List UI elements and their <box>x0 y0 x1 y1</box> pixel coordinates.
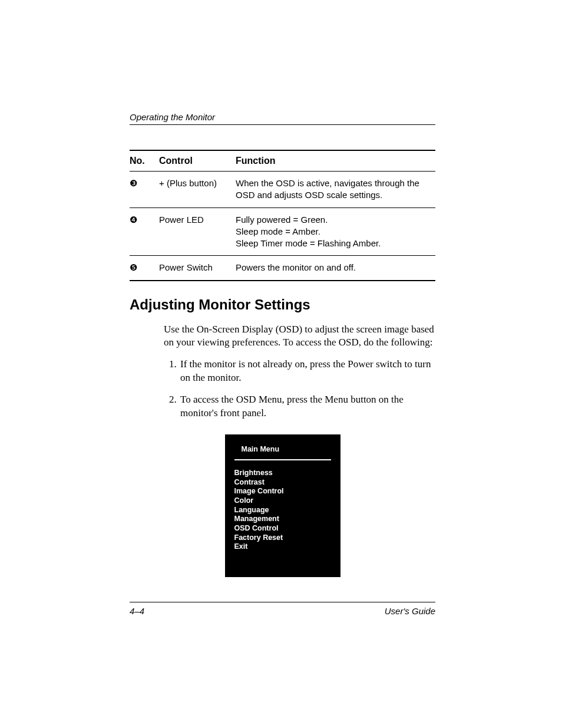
osd-item: Language <box>234 506 331 515</box>
page-footer: 4–4 User's Guide <box>130 602 435 616</box>
osd-item: Management <box>234 515 331 524</box>
th-control: Control <box>159 150 236 172</box>
row-control: + (Plus button) <box>159 172 236 208</box>
osd-item: Contrast <box>234 478 331 487</box>
page-number: 4–4 <box>130 606 144 616</box>
controls-table: No. Control Function ❸ + (Plus button) W… <box>130 150 435 281</box>
osd-item: Factory Reset <box>234 533 331 543</box>
osd-title: Main Menu <box>234 445 331 460</box>
osd-item: Color <box>234 496 331 506</box>
page: Operating the Monitor No. Control Functi… <box>0 0 562 728</box>
row-number-icon: ❸ <box>130 177 137 189</box>
row-function: Powers the monitor on and off. <box>236 256 435 281</box>
osd-menu: Main Menu Brightness Contrast Image Cont… <box>225 434 340 577</box>
osd-item: Exit <box>234 542 331 552</box>
list-item: If the monitor is not already on, press … <box>179 358 435 385</box>
doc-title: User's Guide <box>385 606 435 616</box>
row-function: Fully powered = Green. Sleep mode = Ambe… <box>236 207 435 256</box>
osd-item: Brightness <box>234 469 331 478</box>
table-row: ❺ Power Switch Powers the monitor on and… <box>130 256 435 281</box>
osd-item: OSD Control <box>234 524 331 533</box>
list-item: To access the OSD Menu, press the Menu b… <box>179 393 435 420</box>
osd-list: Brightness Contrast Image Control Color … <box>234 469 331 552</box>
th-function: Function <box>236 150 435 172</box>
table-row: ❸ + (Plus button) When the OSD is active… <box>130 172 435 208</box>
intro-paragraph: Use the On-Screen Display (OSD) to adjus… <box>164 323 435 350</box>
row-number-icon: ❺ <box>130 262 137 274</box>
row-function: When the OSD is active, navigates throug… <box>236 172 435 208</box>
section-heading: Adjusting Monitor Settings <box>130 297 435 313</box>
osd-figure: Main Menu Brightness Contrast Image Cont… <box>130 434 435 577</box>
row-control: Power LED <box>159 207 236 256</box>
th-no: No. <box>130 150 159 172</box>
row-number-icon: ❹ <box>130 214 137 226</box>
osd-item: Image Control <box>234 487 331 496</box>
running-head: Operating the Monitor <box>130 112 435 125</box>
row-control: Power Switch <box>159 256 236 281</box>
table-row: ❹ Power LED Fully powered = Green. Sleep… <box>130 207 435 256</box>
steps-list: If the monitor is not already on, press … <box>164 358 435 420</box>
